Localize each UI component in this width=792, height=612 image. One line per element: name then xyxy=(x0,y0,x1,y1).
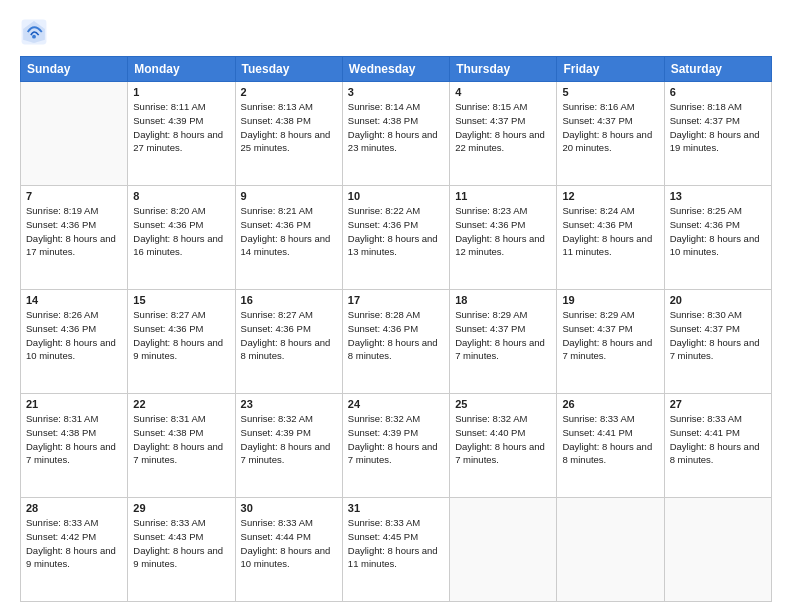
sunrise-label: Sunrise: 8:33 AM xyxy=(348,517,420,528)
sunrise-label: Sunrise: 8:32 AM xyxy=(455,413,527,424)
daylight-label: Daylight: 8 hours and 8 minutes. xyxy=(348,337,438,362)
sunset-label: Sunset: 4:40 PM xyxy=(455,427,525,438)
daylight-label: Daylight: 8 hours and 27 minutes. xyxy=(133,129,223,154)
day-info: Sunrise: 8:18 AM Sunset: 4:37 PM Dayligh… xyxy=(670,100,766,155)
weekday-header-thursday: Thursday xyxy=(450,57,557,82)
sunrise-label: Sunrise: 8:32 AM xyxy=(241,413,313,424)
sunrise-label: Sunrise: 8:22 AM xyxy=(348,205,420,216)
calendar-cell: 30 Sunrise: 8:33 AM Sunset: 4:44 PM Dayl… xyxy=(235,498,342,602)
day-info: Sunrise: 8:29 AM Sunset: 4:37 PM Dayligh… xyxy=(562,308,658,363)
calendar-table: SundayMondayTuesdayWednesdayThursdayFrid… xyxy=(20,56,772,602)
day-number: 6 xyxy=(670,86,766,98)
day-number: 30 xyxy=(241,502,337,514)
day-number: 16 xyxy=(241,294,337,306)
daylight-label: Daylight: 8 hours and 11 minutes. xyxy=(348,545,438,570)
sunset-label: Sunset: 4:39 PM xyxy=(241,427,311,438)
day-number: 29 xyxy=(133,502,229,514)
day-info: Sunrise: 8:16 AM Sunset: 4:37 PM Dayligh… xyxy=(562,100,658,155)
calendar-cell: 3 Sunrise: 8:14 AM Sunset: 4:38 PM Dayli… xyxy=(342,82,449,186)
daylight-label: Daylight: 8 hours and 9 minutes. xyxy=(133,545,223,570)
daylight-label: Daylight: 8 hours and 8 minutes. xyxy=(670,441,760,466)
day-info: Sunrise: 8:32 AM Sunset: 4:39 PM Dayligh… xyxy=(348,412,444,467)
sunrise-label: Sunrise: 8:20 AM xyxy=(133,205,205,216)
sunrise-label: Sunrise: 8:31 AM xyxy=(133,413,205,424)
day-number: 2 xyxy=(241,86,337,98)
sunset-label: Sunset: 4:45 PM xyxy=(348,531,418,542)
svg-point-2 xyxy=(32,35,36,39)
sunrise-label: Sunrise: 8:33 AM xyxy=(26,517,98,528)
logo xyxy=(20,18,52,46)
calendar-cell: 13 Sunrise: 8:25 AM Sunset: 4:36 PM Dayl… xyxy=(664,186,771,290)
calendar-cell: 11 Sunrise: 8:23 AM Sunset: 4:36 PM Dayl… xyxy=(450,186,557,290)
daylight-label: Daylight: 8 hours and 7 minutes. xyxy=(455,337,545,362)
sunset-label: Sunset: 4:36 PM xyxy=(26,323,96,334)
day-number: 25 xyxy=(455,398,551,410)
weekday-header-friday: Friday xyxy=(557,57,664,82)
day-info: Sunrise: 8:31 AM Sunset: 4:38 PM Dayligh… xyxy=(26,412,122,467)
day-info: Sunrise: 8:24 AM Sunset: 4:36 PM Dayligh… xyxy=(562,204,658,259)
day-info: Sunrise: 8:13 AM Sunset: 4:38 PM Dayligh… xyxy=(241,100,337,155)
daylight-label: Daylight: 8 hours and 11 minutes. xyxy=(562,233,652,258)
daylight-label: Daylight: 8 hours and 16 minutes. xyxy=(133,233,223,258)
daylight-label: Daylight: 8 hours and 8 minutes. xyxy=(562,441,652,466)
weekday-header-sunday: Sunday xyxy=(21,57,128,82)
day-info: Sunrise: 8:33 AM Sunset: 4:44 PM Dayligh… xyxy=(241,516,337,571)
calendar-cell: 21 Sunrise: 8:31 AM Sunset: 4:38 PM Dayl… xyxy=(21,394,128,498)
daylight-label: Daylight: 8 hours and 9 minutes. xyxy=(26,545,116,570)
weekday-header-monday: Monday xyxy=(128,57,235,82)
calendar-cell xyxy=(664,498,771,602)
sunrise-label: Sunrise: 8:23 AM xyxy=(455,205,527,216)
calendar-cell xyxy=(557,498,664,602)
day-info: Sunrise: 8:20 AM Sunset: 4:36 PM Dayligh… xyxy=(133,204,229,259)
sunrise-label: Sunrise: 8:31 AM xyxy=(26,413,98,424)
sunset-label: Sunset: 4:36 PM xyxy=(133,323,203,334)
page: SundayMondayTuesdayWednesdayThursdayFrid… xyxy=(0,0,792,612)
calendar-cell: 28 Sunrise: 8:33 AM Sunset: 4:42 PM Dayl… xyxy=(21,498,128,602)
daylight-label: Daylight: 8 hours and 7 minutes. xyxy=(455,441,545,466)
day-info: Sunrise: 8:29 AM Sunset: 4:37 PM Dayligh… xyxy=(455,308,551,363)
sunrise-label: Sunrise: 8:24 AM xyxy=(562,205,634,216)
daylight-label: Daylight: 8 hours and 22 minutes. xyxy=(455,129,545,154)
sunset-label: Sunset: 4:37 PM xyxy=(455,115,525,126)
daylight-label: Daylight: 8 hours and 7 minutes. xyxy=(670,337,760,362)
day-info: Sunrise: 8:33 AM Sunset: 4:41 PM Dayligh… xyxy=(562,412,658,467)
calendar-cell: 12 Sunrise: 8:24 AM Sunset: 4:36 PM Dayl… xyxy=(557,186,664,290)
day-info: Sunrise: 8:33 AM Sunset: 4:42 PM Dayligh… xyxy=(26,516,122,571)
calendar-cell: 19 Sunrise: 8:29 AM Sunset: 4:37 PM Dayl… xyxy=(557,290,664,394)
daylight-label: Daylight: 8 hours and 14 minutes. xyxy=(241,233,331,258)
daylight-label: Daylight: 8 hours and 25 minutes. xyxy=(241,129,331,154)
sunrise-label: Sunrise: 8:32 AM xyxy=(348,413,420,424)
calendar-cell: 8 Sunrise: 8:20 AM Sunset: 4:36 PM Dayli… xyxy=(128,186,235,290)
day-number: 7 xyxy=(26,190,122,202)
sunrise-label: Sunrise: 8:30 AM xyxy=(670,309,742,320)
calendar-cell: 17 Sunrise: 8:28 AM Sunset: 4:36 PM Dayl… xyxy=(342,290,449,394)
week-row-3: 21 Sunrise: 8:31 AM Sunset: 4:38 PM Dayl… xyxy=(21,394,772,498)
day-info: Sunrise: 8:30 AM Sunset: 4:37 PM Dayligh… xyxy=(670,308,766,363)
daylight-label: Daylight: 8 hours and 12 minutes. xyxy=(455,233,545,258)
day-number: 23 xyxy=(241,398,337,410)
sunrise-label: Sunrise: 8:29 AM xyxy=(562,309,634,320)
sunset-label: Sunset: 4:36 PM xyxy=(26,219,96,230)
daylight-label: Daylight: 8 hours and 9 minutes. xyxy=(133,337,223,362)
daylight-label: Daylight: 8 hours and 7 minutes. xyxy=(348,441,438,466)
sunset-label: Sunset: 4:41 PM xyxy=(670,427,740,438)
sunrise-label: Sunrise: 8:27 AM xyxy=(133,309,205,320)
day-info: Sunrise: 8:25 AM Sunset: 4:36 PM Dayligh… xyxy=(670,204,766,259)
sunrise-label: Sunrise: 8:28 AM xyxy=(348,309,420,320)
sunset-label: Sunset: 4:36 PM xyxy=(241,219,311,230)
sunset-label: Sunset: 4:37 PM xyxy=(670,323,740,334)
weekday-header-wednesday: Wednesday xyxy=(342,57,449,82)
calendar-cell: 14 Sunrise: 8:26 AM Sunset: 4:36 PM Dayl… xyxy=(21,290,128,394)
sunset-label: Sunset: 4:36 PM xyxy=(241,323,311,334)
calendar-cell: 24 Sunrise: 8:32 AM Sunset: 4:39 PM Dayl… xyxy=(342,394,449,498)
day-number: 3 xyxy=(348,86,444,98)
day-info: Sunrise: 8:11 AM Sunset: 4:39 PM Dayligh… xyxy=(133,100,229,155)
day-number: 20 xyxy=(670,294,766,306)
week-row-0: 1 Sunrise: 8:11 AM Sunset: 4:39 PM Dayli… xyxy=(21,82,772,186)
daylight-label: Daylight: 8 hours and 7 minutes. xyxy=(241,441,331,466)
sunset-label: Sunset: 4:36 PM xyxy=(670,219,740,230)
sunrise-label: Sunrise: 8:26 AM xyxy=(26,309,98,320)
day-number: 18 xyxy=(455,294,551,306)
calendar-cell: 23 Sunrise: 8:32 AM Sunset: 4:39 PM Dayl… xyxy=(235,394,342,498)
daylight-label: Daylight: 8 hours and 10 minutes. xyxy=(241,545,331,570)
